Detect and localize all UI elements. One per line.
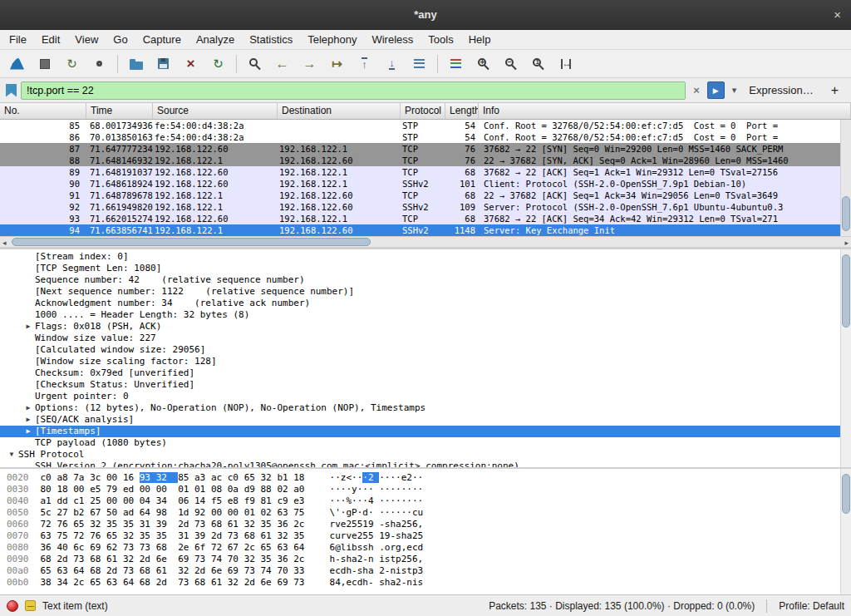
column-header-time[interactable]: Time bbox=[86, 103, 153, 119]
packet-row[interactable]: 9071.648618924192.168.122.60192.168.122.… bbox=[0, 178, 851, 190]
detail-line[interactable]: [TCP Segment Len: 1080] bbox=[0, 263, 851, 274]
detail-line[interactable]: ▶[Timestamps] bbox=[0, 426, 851, 437]
scrollbar-thumb[interactable] bbox=[842, 474, 850, 514]
start-capture-button[interactable] bbox=[5, 53, 29, 75]
zoom-out-button[interactable] bbox=[499, 53, 523, 75]
expander-icon[interactable]: ▼ bbox=[5, 449, 18, 461]
expander-icon[interactable]: ▶ bbox=[22, 321, 35, 333]
reload-capture-file-button[interactable] bbox=[206, 53, 230, 75]
detail-line[interactable]: [Stream index: 0] bbox=[0, 251, 851, 263]
packet-row[interactable]: 8670.013850163fe:54:00:d4:38:2aSTP54Conf… bbox=[0, 131, 851, 143]
filter-clear-icon[interactable]: × bbox=[690, 84, 703, 96]
menu-capture[interactable]: Capture bbox=[135, 30, 189, 50]
close-capture-file-button[interactable] bbox=[179, 53, 203, 75]
hex-row[interactable]: 0020c0 a8 7a 3c 00 16 93 32 85 a3 ac c0 … bbox=[0, 472, 851, 484]
titlebar[interactable]: *any × bbox=[0, 0, 851, 30]
menu-wireless[interactable]: Wireless bbox=[364, 30, 421, 50]
profile-button[interactable]: Profile: Default bbox=[779, 600, 844, 612]
detail-line[interactable]: Urgent pointer: 0 bbox=[0, 391, 851, 402]
stop-capture-button[interactable] bbox=[32, 53, 57, 75]
expander-icon[interactable]: ▶ bbox=[22, 414, 35, 426]
column-header-no[interactable]: No. bbox=[0, 103, 86, 119]
hex-row[interactable]: 003080 18 00 e5 79 ed 00 00 01 01 08 0a … bbox=[0, 484, 851, 495]
hex-row[interactable]: 00b038 34 2c 65 63 64 68 2d 73 68 61 32 … bbox=[0, 577, 851, 589]
packet-list-horizontal-scrollbar[interactable] bbox=[0, 236, 851, 248]
hex-row[interactable]: 008036 40 6c 69 62 73 73 68 2e 6f 72 67 … bbox=[0, 542, 851, 554]
packet-row[interactable]: 8568.001734936fe:54:00:d4:38:2aSTP54Conf… bbox=[0, 120, 851, 131]
detail-line[interactable]: [Checksum Status: Unverified] bbox=[0, 379, 851, 391]
column-header-source[interactable]: Source bbox=[153, 103, 278, 119]
hex-row[interactable]: 007063 75 72 76 65 32 35 35 31 39 2d 73 … bbox=[0, 530, 851, 542]
scrollbar-thumb[interactable] bbox=[842, 196, 850, 231]
filter-dropdown-icon[interactable]: ▾ bbox=[729, 85, 740, 96]
expert-info-icon[interactable] bbox=[7, 600, 18, 612]
hex-row[interactable]: 009068 2d 73 68 61 32 2d 6e 69 73 74 70 … bbox=[0, 554, 851, 565]
zoom-100-button[interactable] bbox=[526, 53, 550, 75]
capture-comment-icon[interactable] bbox=[25, 600, 36, 611]
window-close-button[interactable]: × bbox=[834, 7, 841, 22]
hex-row[interactable]: 00505c 27 b2 67 50 ad 64 98 1d 92 00 00 … bbox=[0, 507, 851, 519]
save-capture-file-button[interactable] bbox=[151, 53, 175, 75]
go-to-first-packet-button[interactable] bbox=[352, 53, 376, 75]
find-packet-button[interactable] bbox=[243, 53, 267, 75]
scrollbar-thumb[interactable] bbox=[842, 254, 850, 328]
scroll-left-icon[interactable] bbox=[2, 238, 7, 248]
go-to-packet-button[interactable] bbox=[325, 53, 349, 75]
detail-line[interactable]: [Window size scaling factor: 128] bbox=[0, 356, 851, 367]
expression-button[interactable]: Expression… bbox=[744, 84, 818, 96]
go-to-last-packet-button[interactable] bbox=[380, 53, 404, 75]
packet-row[interactable]: 9171.648789678192.168.122.1192.168.122.6… bbox=[0, 190, 851, 201]
scroll-right-icon[interactable] bbox=[844, 238, 849, 248]
detail-line[interactable]: Checksum: 0x79ed [unverified] bbox=[0, 367, 851, 379]
resize-columns-button[interactable] bbox=[553, 53, 578, 75]
scrollbar-thumb[interactable] bbox=[12, 238, 371, 246]
detail-line[interactable]: ▶[SEQ/ACK analysis] bbox=[0, 414, 851, 426]
filter-apply-button[interactable]: ▶ bbox=[707, 81, 725, 99]
expander-icon[interactable]: ▶ bbox=[22, 402, 35, 414]
zoom-in-button[interactable] bbox=[471, 53, 495, 75]
hex-vertical-scrollbar[interactable] bbox=[840, 469, 851, 594]
expander-icon[interactable]: ▶ bbox=[22, 426, 35, 437]
column-header-info[interactable]: Info bbox=[479, 103, 851, 119]
auto-scroll-button[interactable] bbox=[407, 53, 431, 75]
packet-row[interactable]: 9271.661949820192.168.122.1192.168.122.6… bbox=[0, 201, 851, 213]
menu-analyze[interactable]: Analyze bbox=[189, 30, 242, 50]
hex-row[interactable]: 00a065 63 64 68 2d 73 68 61 32 2d 6e 69 … bbox=[0, 565, 851, 577]
detail-line[interactable]: [Calculated window size: 29056] bbox=[0, 344, 851, 356]
colorize-packets-button[interactable] bbox=[444, 53, 468, 75]
menu-view[interactable]: View bbox=[67, 30, 106, 50]
menu-edit[interactable]: Edit bbox=[34, 30, 67, 50]
packet-row[interactable]: 8771.647777234192.168.122.60192.168.122.… bbox=[0, 143, 851, 155]
detail-line[interactable]: Window size value: 227 bbox=[0, 333, 851, 344]
detail-line[interactable]: Sequence number: 42 (relative sequence n… bbox=[0, 274, 851, 286]
hex-row[interactable]: 0040a1 dd c1 25 00 00 04 34 06 14 f5 e8 … bbox=[0, 495, 851, 507]
packet-row[interactable]: 9371.662015274192.168.122.60192.168.122.… bbox=[0, 213, 851, 224]
hex-row[interactable]: 006072 76 65 32 35 35 31 39 2d 73 68 61 … bbox=[0, 519, 851, 530]
go-forward-button[interactable] bbox=[298, 53, 322, 75]
detail-line[interactable]: ▶Flags: 0x018 (PSH, ACK) bbox=[0, 321, 851, 333]
menu-tools[interactable]: Tools bbox=[421, 30, 460, 50]
menu-telephony[interactable]: Telephony bbox=[300, 30, 364, 50]
packet-row[interactable]: 8971.648191037192.168.122.60192.168.122.… bbox=[0, 166, 851, 178]
go-back-button[interactable] bbox=[270, 53, 294, 75]
detail-line[interactable]: Acknowledgment number: 34 (relative ack … bbox=[0, 298, 851, 309]
menu-statistics[interactable]: Statistics bbox=[242, 30, 300, 50]
filter-bookmark-icon[interactable] bbox=[6, 84, 17, 97]
packet-list-vertical-scrollbar[interactable] bbox=[840, 120, 851, 236]
capture-options-button[interactable] bbox=[87, 53, 111, 75]
detail-line[interactable]: ▼SSH Protocol bbox=[0, 449, 851, 461]
menu-file[interactable]: File bbox=[2, 30, 34, 50]
details-vertical-scrollbar[interactable] bbox=[840, 249, 851, 467]
packet-row[interactable]: 9471.663856741192.168.122.1192.168.122.6… bbox=[0, 224, 851, 236]
detail-line[interactable]: ▶Options: (12 bytes), No-Operation (NOP)… bbox=[0, 402, 851, 414]
menu-go[interactable]: Go bbox=[106, 30, 135, 50]
detail-line[interactable]: TCP payload (1080 bytes) bbox=[0, 437, 851, 449]
add-filter-button[interactable]: + bbox=[823, 83, 845, 98]
detail-line[interactable]: 1000 .... = Header Length: 32 bytes (8) bbox=[0, 309, 851, 321]
open-capture-file-button[interactable] bbox=[124, 53, 148, 75]
packet-row[interactable]: 8871.648146932192.168.122.1192.168.122.6… bbox=[0, 155, 851, 166]
filter-input[interactable]: !tcp.port == 22 bbox=[21, 81, 686, 100]
column-header-destination[interactable]: Destination bbox=[278, 103, 401, 119]
column-header-protocol[interactable]: Protocol bbox=[401, 103, 445, 119]
menu-help[interactable]: Help bbox=[461, 30, 499, 50]
